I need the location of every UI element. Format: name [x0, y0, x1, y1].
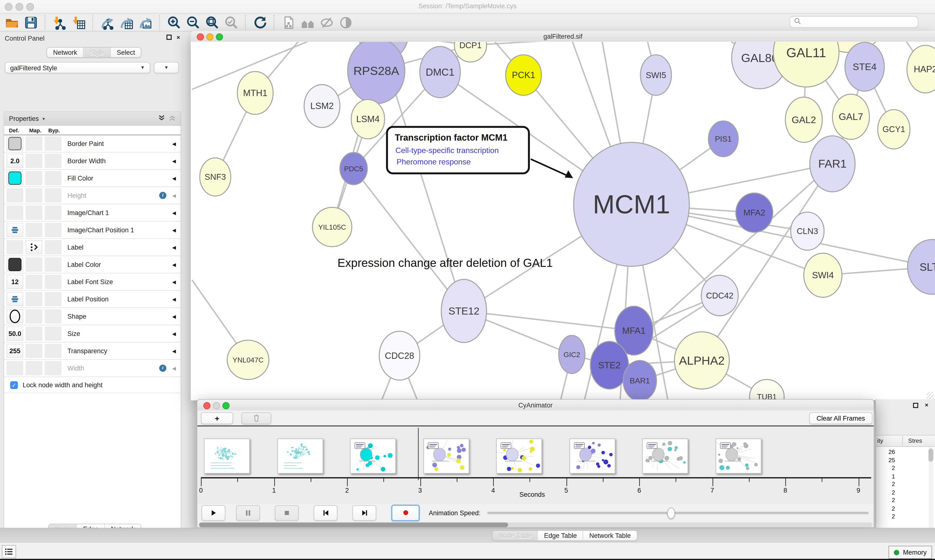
timeline-scrollbar[interactable] — [199, 523, 872, 528]
default-value-cell[interactable] — [6, 137, 23, 151]
property-row[interactable]: 255Transparency◀ — [4, 343, 181, 360]
task-history-button[interactable] — [2, 545, 16, 558]
property-row[interactable]: Label Color◀ — [4, 256, 181, 274]
export-image-icon[interactable] — [138, 15, 153, 30]
zoom-selected-icon[interactable] — [224, 15, 239, 30]
frame-thumbnail[interactable] — [204, 438, 250, 474]
property-row[interactable]: Image/Chart 1◀ — [4, 205, 181, 222]
collapse-arrow-icon[interactable]: ◀ — [172, 331, 176, 336]
collapse-arrow-icon[interactable]: ◀ — [172, 314, 176, 319]
default-value-cell[interactable] — [6, 257, 23, 272]
style-select[interactable]: galFiltered Style ▼ — [5, 62, 150, 74]
bypass-cell[interactable] — [45, 240, 62, 254]
mapping-cell[interactable] — [26, 292, 42, 306]
tab-edge-table[interactable]: Edge Table — [538, 531, 583, 540]
default-value-cell[interactable]: 2.0 — [6, 154, 23, 168]
hide-selected-icon[interactable] — [319, 15, 335, 30]
column-ity[interactable]: ity — [877, 437, 883, 444]
record-button[interactable] — [391, 504, 420, 521]
collapse-arrow-icon[interactable]: ◀ — [172, 175, 176, 181]
results-cell[interactable]: 26 — [877, 449, 895, 455]
float-panel-icon[interactable] — [166, 35, 172, 41]
mapping-cell[interactable] — [26, 361, 42, 375]
cyanimator-timeline[interactable]: 0123456789 Seconds — [197, 426, 874, 504]
property-row[interactable]: Heighti◀ — [4, 187, 181, 205]
add-frame-button[interactable]: + — [201, 412, 233, 424]
open-folder-icon[interactable] — [4, 15, 20, 30]
apply-layout-icon[interactable] — [252, 15, 268, 30]
mapping-cell[interactable] — [26, 206, 42, 220]
bypass-cell[interactable] — [45, 344, 62, 358]
delete-frame-button[interactable] — [242, 412, 271, 424]
search-box[interactable] — [789, 16, 918, 28]
skip-start-button[interactable] — [313, 505, 338, 521]
bypass-cell[interactable] — [45, 257, 62, 272]
mapping-cell[interactable] — [26, 223, 42, 237]
frame-thumbnail[interactable] — [423, 438, 469, 474]
export-network-icon[interactable] — [100, 15, 115, 30]
frame-thumbnail[interactable] — [569, 438, 615, 474]
float-panel-icon[interactable] — [913, 403, 918, 409]
contrast-icon[interactable] — [338, 15, 354, 30]
stop-button[interactable] — [275, 505, 299, 521]
collapse-arrow-icon[interactable]: ◀ — [172, 245, 176, 250]
memory-button[interactable]: Memory — [889, 546, 932, 559]
export-table-icon[interactable] — [119, 15, 134, 30]
mapping-cell[interactable] — [26, 257, 42, 272]
info-icon[interactable]: i — [159, 365, 166, 372]
results-scrollbar[interactable] — [929, 448, 933, 528]
collapse-arrow-icon[interactable]: ◀ — [172, 141, 176, 146]
property-row[interactable]: Label◀ — [4, 239, 181, 256]
speed-slider[interactable] — [487, 512, 869, 514]
mapping-cell[interactable] — [26, 171, 42, 185]
skip-end-button[interactable] — [352, 505, 376, 521]
collapse-arrow-icon[interactable]: ◀ — [172, 296, 176, 302]
close-panel-icon[interactable]: × — [925, 402, 928, 408]
bypass-cell[interactable] — [45, 292, 62, 306]
resize-grip[interactable] — [927, 392, 934, 399]
mapping-cell[interactable] — [26, 309, 42, 323]
zoom-out-icon[interactable] — [185, 15, 201, 30]
speed-slider-knob[interactable] — [667, 508, 675, 519]
mapping-cell[interactable] — [26, 275, 42, 289]
results-cell[interactable]: 25 — [877, 457, 895, 463]
results-cell[interactable]: 2 — [877, 465, 895, 471]
results-cell[interactable]: 2 — [877, 489, 895, 495]
play-button[interactable] — [202, 505, 225, 521]
playhead[interactable] — [418, 428, 418, 480]
mapping-cell[interactable] — [26, 344, 42, 358]
mapping-cell[interactable] — [26, 240, 42, 254]
collapse-arrow-icon[interactable]: ◀ — [172, 193, 176, 198]
close-panel-icon[interactable]: × — [176, 34, 180, 41]
network-titlebar[interactable]: galFiltered.sif — [191, 31, 935, 42]
collapse-arrow-icon[interactable]: ◀ — [172, 158, 176, 163]
default-value-cell[interactable] — [6, 188, 23, 203]
default-value-cell[interactable] — [6, 292, 23, 306]
collapse-arrow-icon[interactable]: ◀ — [172, 348, 176, 354]
column-stress[interactable]: Stres — [908, 437, 922, 444]
bypass-cell[interactable] — [45, 206, 62, 220]
property-row[interactable]: 50.0Size◀ — [4, 325, 181, 343]
style-options-button[interactable]: ▼ — [154, 62, 179, 74]
default-value-cell[interactable] — [6, 361, 23, 375]
pause-button[interactable] — [236, 505, 260, 521]
info-icon[interactable]: i — [159, 192, 166, 199]
property-row[interactable]: Border Paint◀ — [4, 135, 181, 152]
save-session-icon[interactable] — [23, 15, 39, 30]
collapse-arrow-icon[interactable]: ◀ — [172, 365, 176, 371]
property-row[interactable]: 12Label Font Size◀ — [4, 274, 181, 291]
property-row[interactable]: Label Position◀ — [4, 291, 181, 308]
tab-network[interactable]: Network — [47, 48, 83, 57]
scrollbar-thumb[interactable] — [199, 523, 508, 528]
mapping-cell[interactable] — [26, 188, 42, 203]
collapse-all-icon[interactable] — [169, 114, 176, 123]
import-network-icon[interactable] — [52, 15, 68, 30]
frame-thumbnail[interactable] — [277, 438, 323, 474]
property-row[interactable]: Image/Chart Position 1◀ — [4, 222, 181, 239]
group-nodes-icon[interactable] — [300, 15, 316, 30]
property-row[interactable]: 2.0Border Width◀ — [4, 152, 181, 170]
collapse-arrow-icon[interactable]: ◀ — [172, 262, 176, 267]
clear-all-frames-button[interactable]: Clear All Frames — [809, 412, 872, 424]
mapping-cell[interactable] — [26, 137, 42, 151]
clone-network-icon[interactable] — [281, 15, 296, 30]
